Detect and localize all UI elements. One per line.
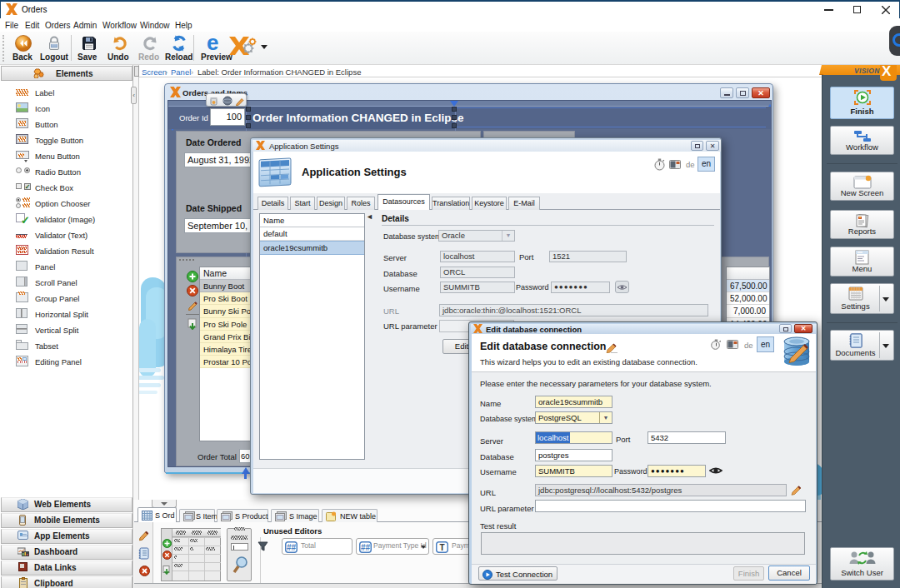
svg-text:T: T	[439, 542, 444, 551]
svg-text:##: ##	[287, 542, 297, 551]
svg-text:##: ##	[361, 542, 371, 551]
